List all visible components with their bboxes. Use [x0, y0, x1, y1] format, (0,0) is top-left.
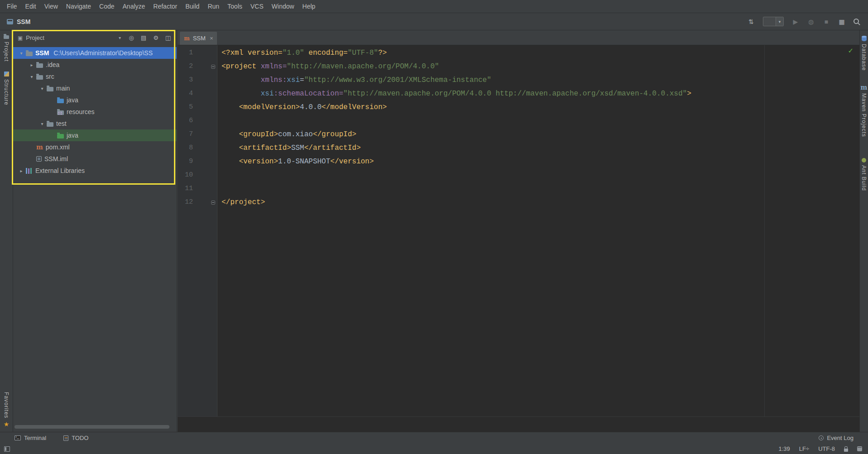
- code-line-3[interactable]: 3 xmlns:xsi="http://www.w3.org/2001/XMLS…: [178, 73, 859, 87]
- stripe-maven-projects[interactable]: mMaven Projects: [861, 84, 868, 137]
- stripe-structure[interactable]: Structure: [3, 72, 10, 105]
- toolwindow-toggle-icon[interactable]: [4, 446, 10, 452]
- code-line-9[interactable]: 9 <version>1.0-SNAPSHOT</version>: [178, 155, 859, 168]
- locate-icon[interactable]: ◎: [127, 34, 135, 41]
- menu-build[interactable]: Build: [181, 1, 203, 11]
- breadcrumb[interactable]: SSM: [0, 18, 30, 25]
- chevron-down-icon[interactable]: ▾: [38, 86, 47, 91]
- inspection-status-icon[interactable]: ✓: [848, 47, 854, 55]
- chevron-right-icon[interactable]: ▸: [27, 62, 36, 67]
- chevron-down-icon[interactable]: ▾: [27, 74, 36, 79]
- file-encoding[interactable]: UTF-8: [818, 445, 835, 452]
- stop-icon[interactable]: ■: [823, 18, 830, 25]
- stripe-label: Project: [3, 42, 10, 62]
- editor-tab-ssm[interactable]: m SSM ×: [180, 32, 217, 45]
- menu-file[interactable]: File: [3, 1, 21, 11]
- menu-view[interactable]: View: [40, 1, 62, 11]
- tree-item-pom-xml[interactable]: mpom.xml: [13, 141, 177, 153]
- search-everywhere-icon[interactable]: [854, 19, 861, 25]
- caret-position[interactable]: 1:39: [779, 445, 790, 452]
- menu-window[interactable]: Window: [268, 1, 299, 11]
- lock-icon[interactable]: [844, 449, 848, 452]
- menu-analyze[interactable]: Analyze: [119, 1, 149, 11]
- close-icon[interactable]: ×: [210, 35, 213, 42]
- code-line-1[interactable]: 1<?xml version="1.0" encoding="UTF-8"?>: [178, 46, 859, 60]
- menu-help[interactable]: Help: [298, 1, 319, 11]
- tree-label: main: [56, 85, 70, 92]
- tree-item-main[interactable]: ▾main: [13, 82, 177, 94]
- code-text: </project>: [217, 196, 265, 209]
- fold-marker-icon[interactable]: [193, 60, 217, 73]
- structure-stripe-icon: [4, 72, 9, 76]
- menu-vcs[interactable]: VCS: [246, 1, 268, 11]
- bottom-bar-left: TerminalTODO: [5, 435, 88, 441]
- run-icon[interactable]: ▶: [792, 18, 799, 25]
- menu-run[interactable]: Run: [203, 1, 223, 11]
- chevron-right-icon[interactable]: ▸: [17, 168, 26, 173]
- line-separator[interactable]: LF÷: [799, 445, 809, 452]
- settings-icon[interactable]: ⚙: [152, 34, 160, 41]
- coverage-icon[interactable]: ◍: [807, 18, 815, 25]
- collapse-all-icon[interactable]: ▤: [140, 34, 148, 41]
- tree-item-resources[interactable]: resources: [13, 106, 177, 118]
- code-line-11[interactable]: 11: [178, 182, 859, 196]
- project-panel-title[interactable]: Project: [26, 34, 44, 41]
- tree-item-java[interactable]: java: [13, 94, 177, 106]
- line-number: 5: [178, 100, 193, 114]
- code-line-6[interactable]: 6: [178, 114, 859, 128]
- hector-icon[interactable]: [857, 446, 862, 451]
- menu-navigate[interactable]: Navigate: [62, 1, 95, 11]
- chevron-down-icon[interactable]: ▾: [119, 35, 121, 40]
- fold-gutter: [193, 73, 217, 87]
- fold-gutter: [193, 182, 217, 196]
- sync-icon[interactable]: ⇅: [747, 18, 755, 25]
- line-number: 7: [178, 128, 193, 141]
- code-text: <modelVersion>4.0.0</modelVersion>: [217, 100, 387, 114]
- menu-tools[interactable]: Tools: [223, 1, 246, 11]
- tree-item-test[interactable]: ▾test: [13, 118, 177, 129]
- run-config-dropdown[interactable]: ▾: [763, 17, 784, 26]
- code-line-8[interactable]: 8 <artifactId>SSM</artifactId>: [178, 141, 859, 155]
- menu-code[interactable]: Code: [95, 1, 118, 11]
- restore-layout-icon[interactable]: ▦: [838, 18, 845, 25]
- code-text: <artifactId>SSM</artifactId>: [217, 141, 361, 155]
- bottom-bar-event-log[interactable]: Event Log: [819, 435, 854, 441]
- database-icon: [862, 36, 867, 41]
- fold-gutter: [193, 87, 217, 100]
- stripe-ant-build[interactable]: Ant Build: [861, 158, 867, 191]
- code-line-4[interactable]: 4 xsi:schemaLocation="http://maven.apach…: [178, 87, 859, 100]
- fold-marker-icon[interactable]: [193, 196, 217, 209]
- bottom-bar-label: Terminal: [24, 435, 46, 441]
- code-line-5[interactable]: 5 <modelVersion>4.0.0</modelVersion>: [178, 100, 859, 114]
- tree-item-ssm-iml[interactable]: SSM.iml: [13, 153, 177, 165]
- code-text: <project xmlns="http://maven.apache.org/…: [217, 60, 439, 73]
- editor[interactable]: 1<?xml version="1.0" encoding="UTF-8"?>2…: [178, 45, 859, 432]
- stripe-database[interactable]: Database: [861, 36, 867, 71]
- tree-item-idea[interactable]: ▸.idea: [13, 59, 177, 71]
- chevron-down-icon[interactable]: ▾: [38, 121, 47, 126]
- code-line-10[interactable]: 10: [178, 168, 859, 182]
- tree-item-ssm[interactable]: ▾SSMC:\Users\Administrator\Desktop\SS: [13, 47, 177, 59]
- line-number: 6: [178, 114, 193, 128]
- tree-label: test: [56, 120, 67, 127]
- tree-item-java[interactable]: java: [13, 129, 177, 141]
- code-line-12[interactable]: 12</project>: [178, 196, 859, 209]
- folder-icon: [47, 87, 53, 91]
- bottom-bar-todo[interactable]: TODO: [63, 435, 88, 441]
- horizontal-scrollbar[interactable]: [14, 425, 169, 429]
- hide-panel-icon[interactable]: ◫: [164, 34, 172, 41]
- tree-item-src[interactable]: ▾src: [13, 71, 177, 82]
- menu-refactor[interactable]: Refactor: [149, 1, 181, 11]
- code-line-2[interactable]: 2<project xmlns="http://maven.apache.org…: [178, 60, 859, 73]
- toolbar: SSM ⇅▾▶◍■▦: [0, 13, 868, 30]
- chevron-down-icon[interactable]: ▾: [17, 51, 26, 56]
- stripe-project[interactable]: Project: [3, 34, 10, 62]
- menu-bar: FileEditViewNavigateCodeAnalyzeRefactorB…: [0, 0, 868, 13]
- menu-edit[interactable]: Edit: [21, 1, 40, 11]
- stripe-favorites[interactable]: Favorites★: [3, 392, 10, 427]
- line-number: 11: [178, 182, 193, 196]
- tree-item-external-libraries[interactable]: ▸External Libraries: [13, 165, 177, 177]
- line-number: 4: [178, 87, 193, 100]
- bottom-bar-terminal[interactable]: Terminal: [14, 435, 46, 441]
- code-line-7[interactable]: 7 <groupId>com.xiao</groupId>: [178, 128, 859, 141]
